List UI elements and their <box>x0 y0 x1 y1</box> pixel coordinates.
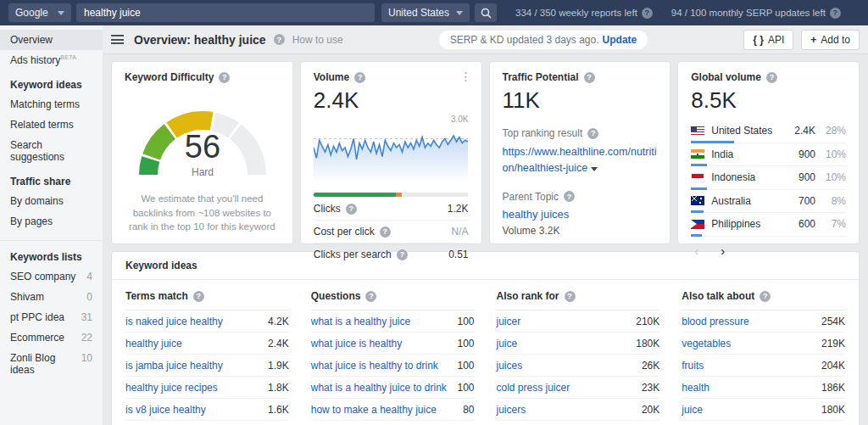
global-volume-card: Global volume ? 8.5K United States 2.4K … <box>677 61 860 244</box>
keywords-list-label: Zonli Blog ideas <box>10 352 81 376</box>
help-icon[interactable]: ? <box>219 72 230 83</box>
sidebar-item[interactable]: By domains <box>0 191 103 211</box>
keyword-difficulty-card: Keyword Difficulty ? 56 Hard We estimate… <box>111 61 293 244</box>
card-title: Keyword Difficulty ? <box>125 71 280 83</box>
keyword-link[interactable]: what juice is healthy to drink <box>311 360 438 372</box>
keyword-link[interactable]: blood pressure <box>682 316 748 327</box>
help-icon[interactable]: ? <box>830 8 841 19</box>
keyword-link[interactable]: juicer <box>497 316 521 327</box>
content-area: Keyword Difficulty ? 56 Hard We estimate… <box>103 54 868 425</box>
keyword-link[interactable]: what juice is healthy <box>311 338 402 350</box>
country-name: United States <box>711 125 780 137</box>
keyword-link[interactable]: how to make a healthy juice <box>311 404 437 416</box>
top-ranking-url-link[interactable]: https://www.healthline.com/nutrition/hea… <box>503 144 658 177</box>
sidebar-item-overview[interactable]: Overview <box>0 30 103 50</box>
metric-value: 0.51 <box>448 249 468 260</box>
help-icon[interactable]: ? <box>354 72 365 83</box>
keyword-link[interactable]: is jamba juice healthy <box>125 360 223 372</box>
keyword-link[interactable]: healthy juice <box>125 338 182 350</box>
menu-icon[interactable] <box>111 35 124 44</box>
braces-icon: { } <box>753 34 764 46</box>
beta-badge: BETA <box>60 54 76 60</box>
axis-label: 3.0K <box>451 115 469 124</box>
country-percent: 8% <box>815 195 846 207</box>
help-icon[interactable]: ? <box>564 191 575 202</box>
sidebar-section-keywords-lists: Keywords lists <box>0 243 103 266</box>
parent-topic-link[interactable]: healthy juices <box>503 208 570 221</box>
keyword-row: juices 26K <box>497 355 660 377</box>
keyword-link[interactable]: health <box>682 382 709 394</box>
update-link[interactable]: Update <box>603 34 637 46</box>
keyword-row: juicer 210K <box>497 310 660 333</box>
keyword-row: vegetables 219K <box>682 333 845 355</box>
help-icon[interactable]: ? <box>584 72 595 83</box>
keywords-list-item[interactable]: Ecommerce 22 <box>0 327 103 348</box>
keyword-row: juicers 20K <box>497 399 660 421</box>
country-percent: 10% <box>815 171 846 183</box>
help-icon[interactable]: ? <box>397 249 408 260</box>
column-header: Questions? <box>311 280 475 310</box>
help-icon[interactable]: ? <box>565 291 576 302</box>
keyword-link[interactable]: cold press juicer <box>497 382 570 394</box>
sidebar-item[interactable]: Search suggestions <box>0 135 103 167</box>
help-icon[interactable]: ? <box>760 291 771 302</box>
keywords-list-item[interactable]: pt PPC idea 31 <box>0 307 103 327</box>
keyword-link[interactable]: fruits <box>682 360 704 372</box>
keywords-list-label: SEO company <box>10 271 75 282</box>
add-to-button[interactable]: + Add to <box>801 30 860 50</box>
view-all-link[interactable]: View all 5,198 › <box>125 421 289 425</box>
keyword-search-input[interactable] <box>76 3 375 22</box>
keyword-link[interactable]: vegetables <box>682 338 731 350</box>
keyword-volume: 80 <box>463 404 474 416</box>
parent-topic-label: Parent Topic ? <box>503 191 658 203</box>
api-button[interactable]: { } API <box>743 30 793 50</box>
search-button[interactable] <box>475 3 497 22</box>
chevron-down-icon <box>58 11 64 15</box>
search-engine-select[interactable]: Google <box>8 3 71 22</box>
help-icon[interactable]: ? <box>365 291 376 302</box>
country-volume: 700 <box>780 195 815 207</box>
sidebar-item-ads-history[interactable]: Ads historyBETA <box>0 50 103 70</box>
keywords-list-item[interactable]: SEO company 4 <box>0 266 103 287</box>
keyword-row: juice 180K <box>682 399 845 421</box>
country-select[interactable]: United States <box>381 3 470 22</box>
keyword-link[interactable]: healthy juice recipes <box>125 382 218 394</box>
view-all-link[interactable]: View all 138 › <box>682 421 845 425</box>
keyword-volume: 26K <box>642 360 659 372</box>
help-icon[interactable]: ? <box>587 128 598 139</box>
next-page-button[interactable]: › <box>721 244 725 257</box>
keyword-link[interactable]: is v8 juice healthy <box>125 404 206 416</box>
keyword-link[interactable]: what is a healthy juice to drink <box>311 382 447 394</box>
help-icon[interactable]: ? <box>642 8 653 19</box>
keyword-row: healthy juice recipes 1.8K <box>125 377 289 399</box>
help-icon[interactable]: ? <box>346 204 357 215</box>
country-row: Australia 700 8% <box>691 190 846 214</box>
parent-topic-volume: Volume 3.2K <box>503 225 658 237</box>
keyword-link[interactable]: what is a healthy juice <box>311 316 410 327</box>
help-icon[interactable]: ? <box>380 226 391 238</box>
help-icon[interactable]: ? <box>193 291 204 302</box>
sidebar-item[interactable]: Matching terms <box>0 94 103 115</box>
kebab-menu-icon[interactable]: ⋮ <box>460 70 472 83</box>
chevron-down-icon <box>591 167 598 171</box>
keyword-link[interactable]: is naked juice healthy <box>125 316 223 327</box>
keywords-list-item[interactable]: Shivam 0 <box>0 287 103 307</box>
keyword-link[interactable]: juice <box>497 338 518 350</box>
how-to-use-link[interactable]: How to use <box>292 34 343 46</box>
global-volume-value: 8.5K <box>691 87 846 114</box>
keyword-link[interactable]: juice <box>682 404 703 416</box>
country-volume-bar <box>691 234 702 237</box>
sidebar-item[interactable]: Related terms <box>0 115 103 135</box>
view-all-link[interactable]: View all 6,185 › <box>497 421 660 425</box>
keyword-link[interactable]: juices <box>497 360 523 372</box>
keyword-link[interactable]: juicers <box>497 404 526 416</box>
keyword-row: juice 180K <box>497 333 660 355</box>
difficulty-gauge: 56 Hard <box>125 88 281 185</box>
country-name: Philippines <box>711 218 780 230</box>
view-all-link[interactable]: View all 465 › <box>311 421 475 425</box>
help-icon[interactable]: ? <box>274 34 285 45</box>
sidebar-item[interactable]: By pages <box>0 211 103 232</box>
prev-page-button[interactable]: ‹ <box>694 244 698 257</box>
help-icon[interactable]: ? <box>766 72 777 83</box>
keywords-list-item[interactable]: Zonli Blog ideas 10 <box>0 348 103 380</box>
